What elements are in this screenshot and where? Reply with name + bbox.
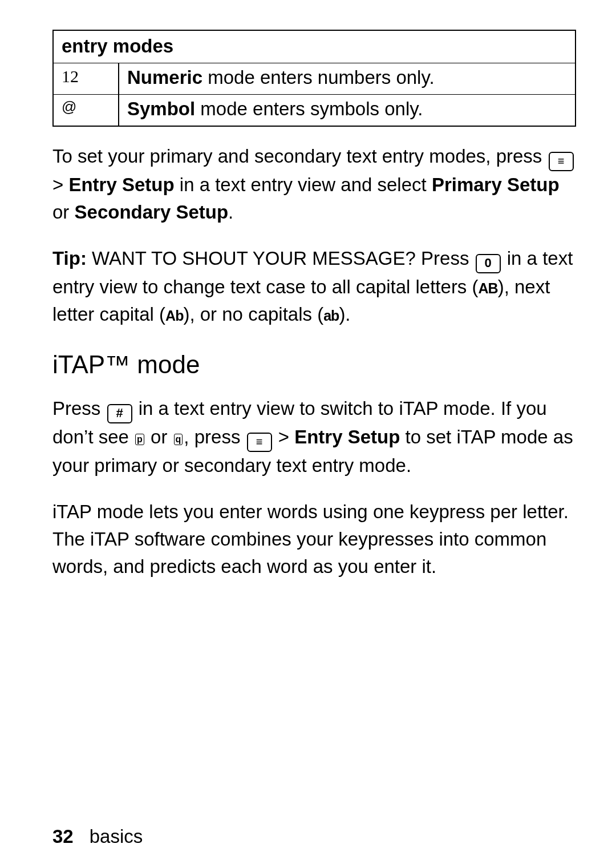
numeric-mode-icon: 12 [53,63,119,95]
entry-modes-table: entry modes 12 Numeric mode enters numbe… [52,30,576,127]
manual-page: entry modes 12 Numeric mode enters numbe… [0,0,616,868]
entry-setup-label: Entry Setup [68,174,174,195]
itap-spanish-icon: q [174,434,183,445]
no-caps-icon: ab [323,308,339,324]
para2-gt: > [273,426,295,447]
para2-press: Press [52,398,106,419]
page-footer: 32basics [52,826,143,847]
para1-mid: in a text entry view and select [175,174,432,195]
para1-or: or [52,201,75,223]
tip-paragraph: Tip: WANT TO SHOUT YOUR MESSAGE? Press i… [52,245,576,328]
page-number: 32 [52,826,74,847]
all-caps-icon: AB [479,280,498,296]
menu-key-icon-2 [247,433,272,452]
tip-shout: WANT TO SHOUT YOUR MESSAGE? Press [92,248,475,269]
symbol-mode-icon: @ [53,95,119,127]
numeric-mode-desc: Numeric mode enters numbers only. [119,63,576,95]
hash-key-icon [107,404,132,423]
numeric-mode-rest: mode enters numbers only. [202,67,435,88]
table-row: 12 Numeric mode enters numbers only. [53,63,576,95]
primary-setup-label: Primary Setup [432,174,560,195]
section-name: basics [90,826,143,847]
symbol-mode-rest: mode enters symbols only. [195,98,423,119]
zero-key-icon [476,254,501,273]
secondary-setup-label: Secondary Setup [75,201,229,223]
menu-key-icon [549,152,574,171]
tip-label: Tip: [52,248,92,269]
tip-end: ). [339,304,350,325]
tip-noc: ), or no capitals ( [183,304,323,325]
entry-setup-label-2: Entry Setup [294,426,400,447]
itap-mode-heading: iTAP™ mode [52,350,576,379]
para1-dot: . [228,201,233,223]
para1-pre: To set your primary and secondary text e… [52,146,548,167]
init-cap-icon: Ab [165,308,183,324]
para1-gt1: > [52,174,68,195]
symbol-mode-bold: Symbol [127,98,195,119]
itap-desc-paragraph: iTAP mode lets you enter words using one… [52,498,576,580]
numeric-mode-bold: Numeric [127,67,202,88]
set-modes-paragraph: To set your primary and secondary text e… [52,143,576,226]
para2-or: or [145,426,173,447]
entry-modes-header: entry modes [53,30,576,63]
symbol-mode-desc: Symbol mode enters symbols only. [119,95,576,127]
itap-switch-paragraph: Press in a text entry view to switch to … [52,395,576,479]
para2-press2: , press [184,426,245,447]
table-row: @ Symbol mode enters symbols only. [53,95,576,127]
itap-english-icon: p [135,434,144,445]
